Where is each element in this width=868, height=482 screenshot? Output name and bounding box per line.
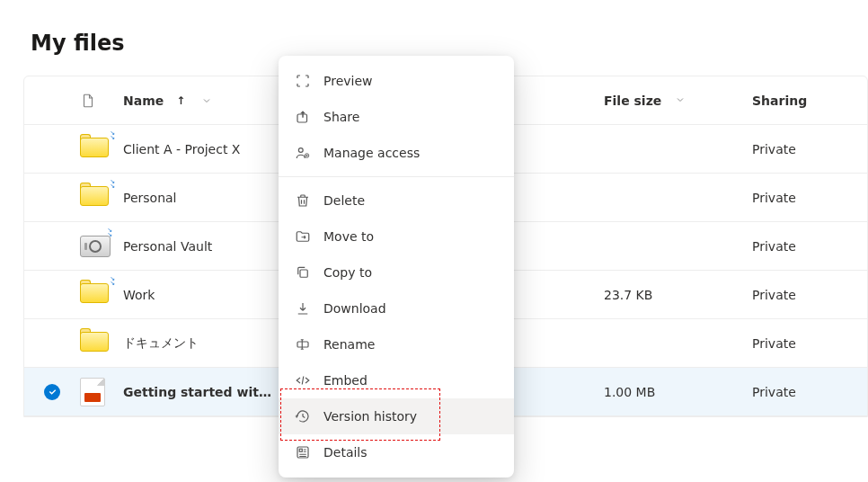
menu-item-delete-label: Delete (323, 193, 365, 208)
file-name: Getting started with Or (123, 385, 278, 399)
menu-item-share[interactable]: Share (279, 99, 514, 135)
menu-item-rename-label: Rename (323, 337, 375, 352)
selected-check-icon[interactable] (44, 384, 60, 400)
menu-item-download[interactable]: Download (279, 290, 514, 326)
file-name: Client A - Project X (123, 142, 240, 156)
menu-item-details-label: Details (323, 445, 368, 460)
rename-icon (295, 336, 311, 353)
svg-rect-3 (300, 270, 307, 277)
delete-icon (295, 192, 311, 209)
menu-item-copy-to[interactable]: Copy to (279, 254, 514, 290)
copy-to-icon (295, 264, 311, 281)
folder-icon: ↘↘ (80, 138, 112, 161)
chevron-down-icon (675, 94, 686, 105)
file-size: 1.00 MB (604, 385, 752, 399)
svg-rect-4 (297, 342, 308, 347)
menu-item-embed-label: Embed (323, 373, 368, 388)
menu-item-version-history-label: Version history (323, 409, 417, 424)
column-header-file-size[interactable]: File size (604, 94, 752, 108)
file-sharing: Private (752, 239, 867, 254)
column-header-name-label: Name (123, 94, 164, 108)
file-sharing: Private (752, 336, 867, 351)
manage-access-icon (295, 145, 311, 161)
file-name: Work (123, 288, 155, 302)
file-sharing: Private (752, 191, 867, 205)
file-sharing: Private (752, 385, 867, 399)
sync-icon: ↘↘ (110, 131, 114, 140)
folder-icon: ↘↘ (80, 186, 112, 210)
menu-item-move-to[interactable]: Move to (279, 219, 514, 254)
file-name: Personal Vault (123, 239, 212, 254)
svg-point-1 (298, 148, 303, 153)
menu-item-preview-label: Preview (323, 74, 373, 88)
column-header-file-size-label: File size (604, 94, 661, 108)
vault-icon: ↘↘ (80, 236, 111, 257)
column-header-sharing[interactable]: Sharing (752, 94, 867, 108)
sync-icon: ↘↘ (110, 180, 114, 189)
download-icon (295, 300, 311, 317)
file-size: 23.7 KB (604, 288, 752, 302)
menu-item-download-label: Download (323, 301, 386, 316)
file-name: Personal (123, 191, 177, 205)
sort-up-icon: ↑ (176, 94, 185, 107)
details-icon (295, 444, 311, 460)
menu-separator (279, 176, 514, 177)
file-name: ドキュメント (123, 335, 199, 352)
page-title: My files (31, 31, 868, 56)
menu-item-preview[interactable]: Preview (279, 63, 514, 99)
folder-icon (80, 332, 112, 355)
menu-item-details[interactable]: Details (279, 434, 514, 470)
sync-icon: ↘↘ (110, 277, 114, 286)
menu-item-copy-to-label: Copy to (323, 265, 372, 280)
chevron-down-icon (201, 95, 212, 106)
preview-icon (295, 73, 311, 89)
menu-item-manage-access[interactable]: Manage access (279, 135, 514, 171)
menu-item-move-to-label: Move to (323, 229, 374, 244)
menu-item-embed[interactable]: Embed (279, 362, 514, 398)
context-menu: Preview Share Manage access Delete Move … (279, 56, 514, 478)
column-header-sharing-label: Sharing (752, 94, 807, 108)
move-to-icon (295, 228, 311, 245)
file-sharing: Private (752, 142, 867, 156)
header-file-icon (80, 93, 123, 109)
share-icon (295, 109, 311, 125)
folder-icon: ↘↘ (80, 283, 112, 307)
menu-item-share-label: Share (323, 110, 359, 124)
menu-item-manage-access-label: Manage access (323, 146, 420, 160)
menu-item-rename[interactable]: Rename (279, 326, 514, 362)
file-sharing: Private (752, 288, 867, 302)
pdf-icon (80, 378, 105, 406)
svg-rect-6 (299, 449, 302, 451)
version-history-icon (295, 408, 311, 424)
embed-icon (295, 372, 311, 388)
menu-item-version-history[interactable]: Version history (279, 398, 514, 434)
sync-icon: ↘↘ (107, 228, 111, 237)
menu-item-delete[interactable]: Delete (279, 183, 514, 219)
